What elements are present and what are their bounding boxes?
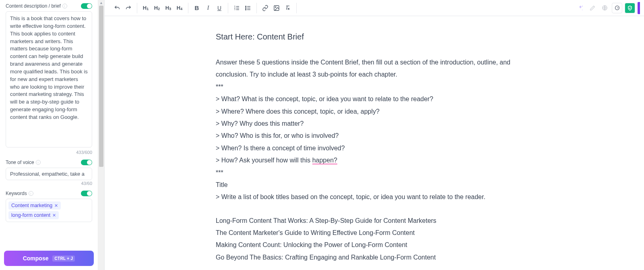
doc-separator: *** <box>216 167 530 179</box>
ordered-list-icon[interactable]: 123 <box>231 3 242 13</box>
brief-counter: 433/600 <box>6 150 92 155</box>
svg-point-15 <box>582 10 582 10</box>
grammarly-icon[interactable] <box>612 3 622 13</box>
heading3-button[interactable]: H3 <box>163 3 173 13</box>
svg-point-14 <box>582 6 583 6</box>
keywords-label: Keywords i <box>6 191 33 196</box>
doc-line: Title <box>216 179 530 191</box>
doc-title: Start Here: Content Brief <box>216 29 530 44</box>
keyword-tag: Content marketing ✕ <box>8 201 61 210</box>
globe-icon[interactable] <box>600 3 609 13</box>
tone-counter: 43/60 <box>6 181 92 186</box>
brief-section: Content description / brief i This is a … <box>6 3 92 155</box>
heading1-button[interactable]: H1 <box>140 3 151 13</box>
doc-line: > Why? Why does this matter? <box>216 118 530 130</box>
tone-label: Tone of voice i <box>6 160 41 165</box>
scroll-up-icon[interactable]: ▲ <box>98 0 104 6</box>
italic-button[interactable]: I <box>203 3 213 13</box>
doc-line: > When? Is there a concept of time invol… <box>216 142 530 154</box>
heading2-button[interactable]: H2 <box>152 3 162 13</box>
link-icon[interactable] <box>260 3 270 13</box>
shield-check-icon[interactable] <box>625 3 635 13</box>
doc-line: > Write a list of book titles based on t… <box>216 191 530 203</box>
right-edge-handle[interactable] <box>638 2 640 14</box>
editor-toolbar: H1 H2 H3 H4 B I U 123 <box>105 0 644 16</box>
tag-remove-icon[interactable]: ✕ <box>54 204 58 208</box>
svg-point-11 <box>246 9 246 10</box>
info-icon: i <box>36 160 41 165</box>
keywords-toggle[interactable] <box>81 191 92 196</box>
doc-line: The Content Marketer's Guide to Writing … <box>216 227 530 239</box>
tone-section: Tone of voice i 43/60 <box>6 160 92 186</box>
doc-separator: *** <box>216 81 530 93</box>
tag-remove-icon[interactable]: ✕ <box>52 213 56 218</box>
brief-textarea[interactable]: This is a book that covers how to write … <box>6 11 92 147</box>
doc-line: Making Content Count: Unlocking the Powe… <box>216 239 530 251</box>
tone-toggle[interactable] <box>81 160 92 165</box>
heading4-button[interactable]: H4 <box>174 3 185 13</box>
info-icon: i <box>62 4 67 8</box>
bold-button[interactable]: B <box>192 3 202 13</box>
underline-button[interactable]: U <box>214 3 225 13</box>
sparkle-icon[interactable] <box>576 3 585 13</box>
keywords-section: Keywords i Content marketing ✕ long-form… <box>6 191 92 222</box>
keyword-tag: long-form content ✕ <box>8 211 59 219</box>
doc-line: Go Beyond The Basics: Crafting Engaging … <box>216 251 530 264</box>
info-icon: i <box>29 191 33 196</box>
brief-toggle[interactable] <box>81 3 92 9</box>
redo-icon[interactable] <box>123 3 134 13</box>
sidebar-scrollbar[interactable]: ▲ <box>98 0 105 270</box>
doc-line: > Where? Where does this concept, topic,… <box>216 106 530 118</box>
doc-line: Long-Form Content That Works: A Step-By-… <box>216 215 530 227</box>
doc-line: > Who? Who is this for, or who is involv… <box>216 130 530 142</box>
scroll-thumb[interactable] <box>99 6 103 167</box>
doc-line: > What? What is the concept, topic, or i… <box>216 93 530 105</box>
undo-icon[interactable] <box>112 3 122 13</box>
compose-button[interactable]: Compose CTRL + J <box>4 251 94 266</box>
tone-input[interactable] <box>6 168 92 180</box>
svg-point-9 <box>246 6 246 7</box>
document-area[interactable]: Start Here: Content Brief Answer these 5… <box>105 16 644 270</box>
svg-point-10 <box>246 8 246 8</box>
spellcheck-underline: happen? <box>312 157 337 164</box>
unordered-list-icon[interactable] <box>243 3 253 13</box>
svg-text:3: 3 <box>234 8 235 10</box>
clear-format-icon[interactable] <box>283 3 293 13</box>
compose-shortcut: CTRL + J <box>52 255 75 262</box>
keywords-tagbox[interactable]: Content marketing ✕ long-form content ✕ <box>6 199 92 222</box>
sidebar: Content description / brief i This is a … <box>0 0 98 270</box>
doc-paragraph: Answer these 5 questions inside the Cont… <box>216 56 530 81</box>
image-icon[interactable] <box>271 3 282 13</box>
main: H1 H2 H3 H4 B I U 123 <box>105 0 644 270</box>
brief-label: Content description / brief i <box>6 3 67 9</box>
toolbar-right <box>576 2 640 14</box>
doc-line: > How? Ask yourself how will this happen… <box>216 154 530 166</box>
pencil-icon[interactable] <box>588 3 597 13</box>
svg-point-13 <box>275 6 276 7</box>
